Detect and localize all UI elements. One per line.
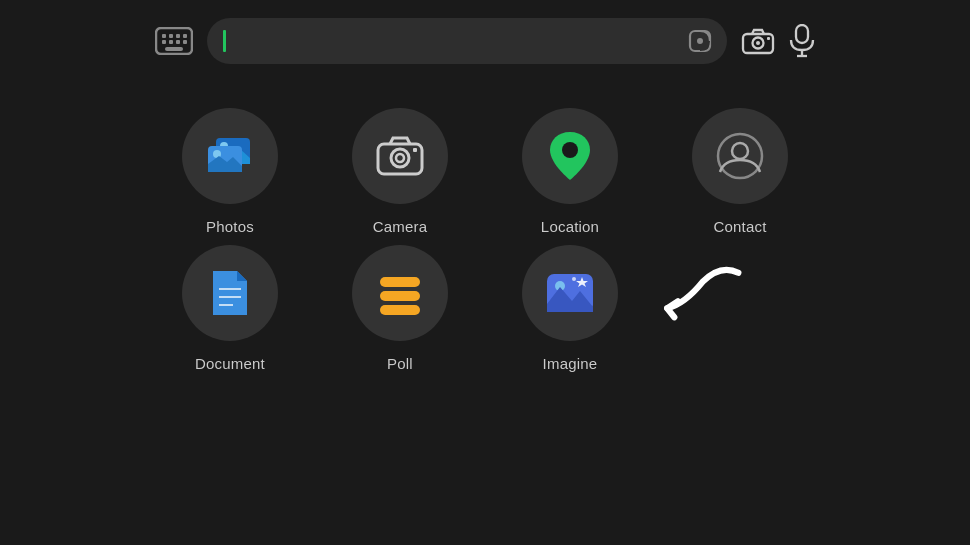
svg-point-24: [391, 149, 409, 167]
photos-icon-circle: [182, 108, 278, 204]
svg-rect-5: [162, 40, 166, 44]
photos-label: Photos: [206, 218, 254, 235]
camera-top-icon[interactable]: [741, 27, 775, 55]
svg-rect-16: [796, 25, 808, 43]
arrow-annotation: [620, 255, 750, 335]
svg-rect-2: [169, 34, 173, 38]
location-item[interactable]: Location: [500, 108, 640, 235]
svg-rect-1: [162, 34, 166, 38]
svg-rect-3: [176, 34, 180, 38]
camera-icon-circle: [352, 108, 448, 204]
svg-rect-15: [767, 37, 770, 40]
photos-item[interactable]: Photos: [160, 108, 300, 235]
svg-point-27: [562, 142, 578, 158]
svg-rect-6: [169, 40, 173, 44]
mic-icon[interactable]: [789, 24, 815, 58]
svg-point-38: [572, 277, 576, 281]
cursor: [223, 30, 226, 52]
camera-item[interactable]: Camera: [330, 108, 470, 235]
document-item[interactable]: Document: [160, 245, 300, 372]
poll-item[interactable]: Poll: [330, 245, 470, 372]
imagine-item[interactable]: Imagine: [500, 245, 640, 372]
svg-point-29: [732, 143, 748, 159]
svg-rect-9: [165, 47, 183, 51]
poll-label: Poll: [387, 355, 413, 372]
document-label: Document: [195, 355, 265, 372]
contact-label: Contact: [713, 218, 766, 235]
svg-rect-26: [413, 148, 417, 152]
svg-rect-4: [183, 34, 187, 38]
svg-rect-35: [380, 305, 420, 315]
contact-icon-circle: [692, 108, 788, 204]
svg-rect-33: [380, 277, 420, 287]
top-bar: [0, 0, 970, 78]
keyboard-icon[interactable]: [155, 27, 193, 55]
location-icon-circle: [522, 108, 618, 204]
imagine-label: Imagine: [543, 355, 598, 372]
svg-rect-34: [380, 291, 420, 301]
document-icon-circle: [182, 245, 278, 341]
camera-label: Camera: [373, 218, 428, 235]
contact-item[interactable]: Contact: [670, 108, 810, 235]
svg-point-28: [718, 134, 762, 178]
imagine-icon-circle: [522, 245, 618, 341]
svg-point-14: [756, 41, 760, 45]
svg-point-25: [396, 154, 404, 162]
search-input[interactable]: [207, 18, 727, 64]
svg-point-11: [697, 38, 703, 44]
svg-rect-8: [183, 40, 187, 44]
sticker-icon[interactable]: [687, 28, 713, 54]
poll-icon-circle: [352, 245, 448, 341]
attachment-grid: Photos Camera Location: [100, 108, 870, 372]
svg-rect-7: [176, 40, 180, 44]
location-label: Location: [541, 218, 599, 235]
